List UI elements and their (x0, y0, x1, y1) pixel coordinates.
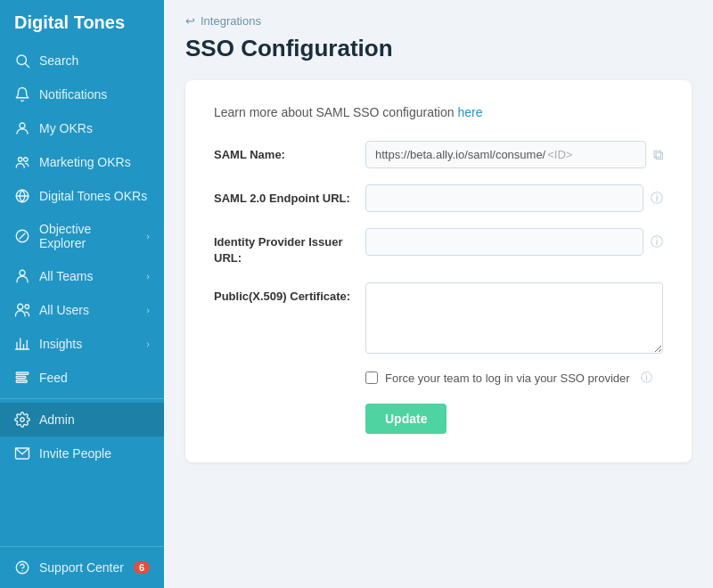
info-icon-checkbox[interactable]: ⓘ (641, 370, 652, 386)
sidebar-item-all-users[interactable]: All Users › (0, 293, 164, 327)
chevron-right-icon: › (146, 305, 150, 315)
info-icon-idp[interactable]: ⓘ (651, 234, 663, 250)
identity-provider-control: ⓘ (365, 228, 663, 256)
sidebar-item-marketing-okrs[interactable]: Marketing OKRs (0, 145, 164, 179)
bell-icon (14, 86, 30, 102)
svg-point-9 (20, 270, 25, 275)
app-logo: Digital Tones (0, 0, 164, 44)
saml-name-control: https://beta.ally.io/saml/consume/ <ID> … (365, 141, 663, 168)
svg-rect-19 (16, 380, 27, 382)
sidebar-item-admin[interactable]: Admin (0, 403, 164, 437)
checkbox-row: Force your team to log in via your SSO p… (214, 370, 663, 386)
saml-endpoint-label: SAML 2.0 Endpoint URL: (214, 184, 365, 207)
certificate-control (365, 282, 663, 354)
team-icon (14, 154, 30, 170)
learn-more-text: Learn more about SAML SSO configuration … (214, 105, 663, 119)
page-title: SSO Configuration (185, 35, 692, 62)
identity-provider-label: Identity Provider Issuer URL: (214, 228, 365, 266)
svg-marker-8 (20, 233, 25, 239)
sidebar-label-notifications: Notifications (39, 87, 107, 102)
svg-point-3 (19, 158, 23, 162)
certificate-row: Public(X.509) Certificate: (214, 282, 663, 354)
sidebar-nav: Search Notifications My OKRs Marketing O… (0, 44, 164, 546)
sidebar-item-my-okrs[interactable]: My OKRs (0, 111, 164, 145)
sidebar-item-feed[interactable]: Feed (0, 361, 164, 395)
chevron-right-icon: › (146, 271, 150, 282)
checkbox-label[interactable]: Force your team to log in via your SSO p… (385, 372, 630, 385)
chevron-right-icon: › (146, 339, 150, 349)
svg-rect-17 (16, 372, 29, 374)
sidebar-label-search: Search (39, 53, 78, 68)
breadcrumb: ↩ Integrations (185, 14, 692, 28)
compass-icon (14, 228, 30, 244)
sidebar-label-objective-explorer: Objective Explorer (39, 222, 137, 250)
support-badge: 6 (134, 561, 150, 574)
sidebar-item-notifications[interactable]: Notifications (0, 78, 164, 111)
info-icon-endpoint[interactable]: ⓘ (651, 191, 663, 207)
chevron-right-icon: › (146, 231, 150, 241)
help-circle-icon (14, 559, 30, 576)
saml-endpoint-row: SAML 2.0 Endpoint URL: ⓘ (214, 184, 663, 212)
user-circle-icon (14, 120, 30, 136)
support-label: Support Center (39, 560, 124, 575)
learn-more-prefix: Learn more about SAML SSO configuration (214, 105, 457, 119)
envelope-icon (14, 445, 30, 461)
sidebar-label-invite-people: Invite People (39, 446, 111, 461)
sidebar-item-support[interactable]: Support Center 6 (0, 551, 164, 584)
svg-point-20 (20, 418, 25, 422)
chart-icon (14, 336, 30, 352)
saml-endpoint-input[interactable] (365, 184, 643, 212)
svg-point-22 (16, 561, 29, 574)
saml-name-placeholder: <ID> (547, 148, 572, 161)
saml-name-label: SAML Name: (214, 141, 365, 163)
identity-provider-row: Identity Provider Issuer URL: ⓘ (214, 228, 663, 266)
sidebar-item-all-teams[interactable]: All Teams › (0, 259, 164, 293)
breadcrumb-arrow: ↩ (185, 14, 195, 28)
sidebar-label-admin: Admin (39, 412, 75, 427)
sidebar-bottom: Support Center 6 (0, 546, 164, 588)
svg-point-11 (25, 305, 29, 309)
saml-name-value: https://beta.ally.io/saml/consume/ (375, 148, 545, 161)
identity-provider-input[interactable] (365, 228, 643, 256)
gear-icon (14, 412, 30, 428)
users-icon (14, 302, 30, 318)
svg-line-1 (25, 63, 29, 67)
certificate-label: Public(X.509) Certificate: (214, 282, 365, 305)
sidebar-label-all-users: All Users (39, 303, 89, 317)
sidebar-label-insights: Insights (39, 337, 82, 351)
certificate-textarea[interactable] (365, 282, 663, 354)
copy-icon[interactable]: ⧉ (653, 147, 663, 163)
svg-point-4 (24, 158, 29, 162)
update-button-wrap: Update (214, 404, 663, 434)
saml-name-field: https://beta.ally.io/saml/consume/ <ID> (365, 141, 646, 168)
breadcrumb-label[interactable]: Integrations (201, 14, 261, 28)
sidebar-label-digital-tones-okrs: Digital Tones OKRs (39, 189, 147, 203)
update-button[interactable]: Update (365, 404, 447, 434)
svg-point-10 (18, 304, 23, 309)
sidebar-item-objective-explorer[interactable]: Objective Explorer › (0, 213, 164, 259)
sidebar-label-all-teams: All Teams (39, 269, 93, 283)
main-content: ↩ Integrations SSO Configuration Learn m… (164, 0, 713, 588)
users-group-icon (14, 268, 30, 284)
sidebar-item-search[interactable]: Search (0, 44, 164, 78)
globe-icon (14, 188, 30, 204)
feed-icon (14, 370, 30, 386)
sidebar: Digital Tones Search Notifications My OK… (0, 0, 164, 588)
sidebar-label-my-okrs: My OKRs (39, 121, 93, 135)
sidebar-item-invite-people[interactable]: Invite People (0, 437, 164, 470)
svg-point-2 (20, 123, 25, 128)
sso-config-card: Learn more about SAML SSO configuration … (185, 80, 692, 462)
sidebar-item-digital-tones-okrs[interactable]: Digital Tones OKRs (0, 179, 164, 213)
search-icon (14, 53, 30, 69)
sso-checkbox[interactable] (365, 372, 378, 384)
sidebar-label-feed: Feed (39, 371, 68, 385)
sidebar-item-insights[interactable]: Insights › (0, 327, 164, 361)
learn-more-link[interactable]: here (457, 105, 482, 119)
svg-rect-18 (16, 377, 26, 379)
sidebar-label-marketing-okrs: Marketing OKRs (39, 155, 131, 169)
saml-endpoint-control: ⓘ (365, 184, 663, 212)
saml-name-row: SAML Name: https://beta.ally.io/saml/con… (214, 141, 663, 168)
